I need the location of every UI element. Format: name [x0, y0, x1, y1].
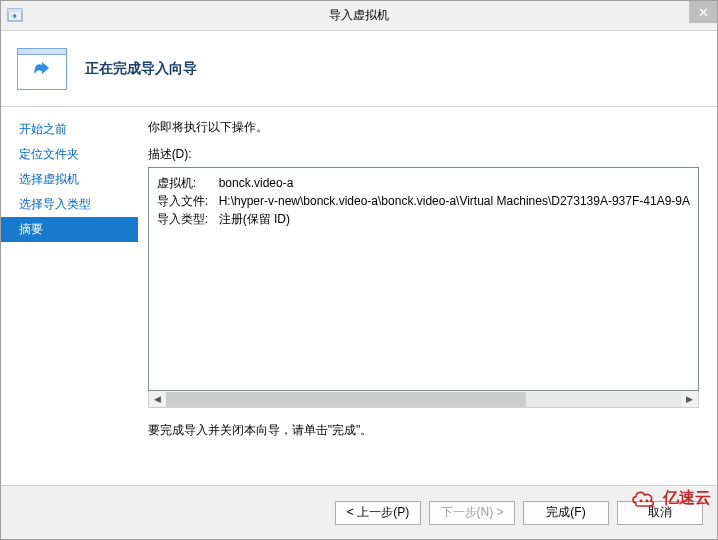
scroll-track[interactable]	[166, 392, 681, 407]
wizard-header: 正在完成导入向导	[1, 31, 717, 107]
scroll-thumb[interactable]	[166, 392, 527, 407]
window-title: 导入虚拟机	[329, 7, 389, 24]
finish-instruction: 要完成导入并关闭本向导，请单击"完成"。	[148, 422, 699, 439]
close-icon: ✕	[698, 5, 709, 20]
cancel-button[interactable]: 取消	[617, 501, 703, 525]
wizard-title-icon	[7, 7, 23, 23]
intro-text: 你即将执行以下操作。	[148, 119, 699, 136]
wizard-body: 开始之前定位文件夹选择虚拟机选择导入类型摘要 你即将执行以下操作。 描述(D):…	[1, 107, 717, 485]
summary-value: 注册(保留 ID)	[219, 210, 290, 228]
sidebar-item-2[interactable]: 选择虚拟机	[1, 167, 138, 192]
wizard-sidebar: 开始之前定位文件夹选择虚拟机选择导入类型摘要	[1, 107, 138, 485]
summary-key: 虚拟机:	[157, 174, 219, 192]
summary-row-2: 导入类型:注册(保留 ID)	[157, 210, 690, 228]
sidebar-item-3[interactable]: 选择导入类型	[1, 192, 138, 217]
wizard-window: 导入虚拟机 ✕ 正在完成导入向导 开始之前定位文件夹选择虚拟机选择导入类型摘要 …	[0, 0, 718, 540]
summary-value: bonck.video-a	[219, 174, 294, 192]
scroll-left-button[interactable]: ◀	[149, 392, 166, 407]
summary-value: H:\hyper-v-new\bonck.video-a\bonck.video…	[219, 192, 690, 210]
summary-key: 导入类型:	[157, 210, 219, 228]
sidebar-item-0[interactable]: 开始之前	[1, 117, 138, 142]
previous-button[interactable]: < 上一步(P)	[335, 501, 421, 525]
description-box: 虚拟机:bonck.video-a导入文件:H:\hyper-v-new\bon…	[148, 167, 699, 391]
sidebar-item-1[interactable]: 定位文件夹	[1, 142, 138, 167]
import-icon	[17, 48, 67, 90]
horizontal-scrollbar[interactable]: ◀ ▶	[148, 391, 699, 408]
next-button: 下一步(N) >	[429, 501, 515, 525]
wizard-heading: 正在完成导入向导	[85, 60, 197, 78]
title-bar: 导入虚拟机 ✕	[1, 1, 717, 31]
description-label: 描述(D):	[148, 146, 699, 163]
summary-key: 导入文件:	[157, 192, 219, 210]
scroll-right-button[interactable]: ▶	[681, 392, 698, 407]
finish-button[interactable]: 完成(F)	[523, 501, 609, 525]
sidebar-item-4[interactable]: 摘要	[1, 217, 138, 242]
close-button[interactable]: ✕	[689, 1, 717, 23]
summary-row-0: 虚拟机:bonck.video-a	[157, 174, 690, 192]
svg-rect-1	[8, 9, 22, 12]
summary-row-1: 导入文件:H:\hyper-v-new\bonck.video-a\bonck.…	[157, 192, 690, 210]
wizard-main: 你即将执行以下操作。 描述(D): 虚拟机:bonck.video-a导入文件:…	[138, 107, 717, 485]
wizard-footer: < 上一步(P) 下一步(N) > 完成(F) 取消	[1, 485, 717, 539]
